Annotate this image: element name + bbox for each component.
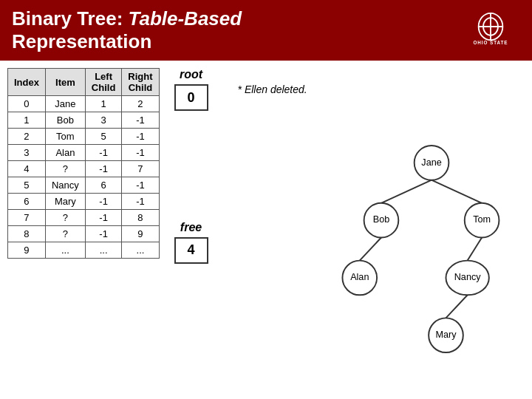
table-cell: 9	[8, 242, 46, 259]
tree-edge	[446, 296, 467, 318]
table-row: 9.........	[8, 242, 160, 259]
table-cell: ?	[45, 226, 85, 242]
right-area: root 0 * Ellen deleted. free 4 JaneBobTo…	[174, 68, 525, 399]
col-left-child: LeftChild	[85, 69, 122, 96]
table-cell: 5	[8, 177, 46, 194]
tree-node-bob: Bob	[364, 203, 398, 238]
table-row: 2Tom5-1	[8, 129, 160, 145]
col-item: Item	[45, 69, 85, 96]
table-cell: 3	[85, 112, 122, 129]
table-row: 6Mary-1-1	[8, 194, 160, 210]
table-cell: -1	[122, 112, 159, 129]
table-cell: 8	[8, 226, 46, 242]
table-cell: ?	[45, 210, 85, 226]
table-row: 0Jane12	[8, 96, 160, 112]
binary-tree-table: Index Item LeftChild RightChild 0Jane121…	[7, 68, 160, 259]
tree-node-nancy: Nancy	[446, 261, 488, 296]
tree-edge	[467, 238, 481, 261]
table-cell: -1	[122, 177, 159, 194]
table-cell: -1	[85, 161, 122, 177]
table-cell: 2	[122, 96, 159, 112]
root-value-box: 0	[174, 84, 208, 111]
svg-text:OHIO STATE: OHIO STATE	[473, 40, 508, 45]
table-cell: 7	[122, 161, 159, 177]
tree-diagram: JaneBobTomAlanNancyMary	[223, 120, 525, 367]
title-text3: Representation	[12, 30, 151, 52]
page-title: Binary Tree: Table-Based Representation	[12, 7, 242, 53]
table-cell: -1	[85, 210, 122, 226]
table-cell: 2	[8, 129, 46, 145]
root-label: root	[180, 68, 202, 81]
tree-node-label-bob: Bob	[372, 215, 389, 225]
table-cell: ...	[45, 242, 85, 259]
table-cell: 9	[122, 226, 159, 242]
tree-node-label-mary: Mary	[435, 330, 457, 340]
table-cell: 6	[8, 194, 46, 210]
table-cell: 6	[85, 177, 122, 194]
table-cell: Bob	[45, 112, 85, 129]
table-cell: 0	[8, 96, 46, 112]
title-text2: Table-Based	[129, 7, 242, 30]
title-text1: Binary Tree:	[12, 7, 129, 30]
tree-node-label-alan: Alan	[350, 273, 369, 283]
table-cell: -1	[85, 145, 122, 161]
table-cell: Nancy	[45, 177, 85, 194]
root-row: root 0 * Ellen deleted.	[174, 68, 525, 111]
free-row: free 4 JaneBobTomAlanNancyMary	[174, 117, 525, 367]
tree-node-label-tom: Tom	[473, 215, 491, 225]
table-row: 4?-17	[8, 161, 160, 177]
table-cell: Mary	[45, 194, 85, 210]
table-cell: 1	[8, 112, 46, 129]
tree-node-tom: Tom	[464, 203, 499, 238]
table-cell: 1	[85, 96, 122, 112]
table-cell: -1	[122, 145, 159, 161]
tree-node-label-nancy: Nancy	[454, 273, 480, 283]
data-table-area: Index Item LeftChild RightChild 0Jane121…	[7, 68, 160, 399]
table-cell: -1	[85, 194, 122, 210]
table-cell: ?	[45, 161, 85, 177]
col-index: Index	[8, 69, 46, 96]
col-right-child: RightChild	[122, 69, 159, 96]
table-cell: Jane	[45, 96, 85, 112]
tree-node-jane: Jane	[414, 146, 449, 180]
tree-node-mary: Mary	[429, 318, 463, 353]
table-cell: ...	[85, 242, 122, 259]
free-value-box: 4	[174, 237, 208, 264]
table-row: 7?-18	[8, 210, 160, 226]
table-cell: Tom	[45, 129, 85, 145]
free-label: free	[180, 221, 202, 234]
table-cell: 7	[8, 210, 46, 226]
table-cell: 4	[8, 161, 46, 177]
ellen-note: * Ellen deleted.	[238, 83, 307, 95]
table-cell: 8	[122, 210, 159, 226]
table-row: 3Alan-1-1	[8, 145, 160, 161]
ohio-state-logo: OHIO STATE	[461, 12, 520, 49]
table-row: 8?-19	[8, 226, 160, 242]
table-cell: -1	[122, 129, 159, 145]
table-row: 5Nancy6-1	[8, 177, 160, 194]
tree-edge	[432, 180, 482, 203]
table-cell: ...	[122, 242, 159, 259]
tree-node-label-jane: Jane	[421, 157, 441, 168]
table-cell: Alan	[45, 145, 85, 161]
table-cell: -1	[122, 194, 159, 210]
main-content: Index Item LeftChild RightChild 0Jane121…	[0, 61, 532, 399]
tree-edge	[381, 180, 431, 203]
tree-edge	[359, 238, 381, 261]
table-cell: 5	[85, 129, 122, 145]
tree-node-alan: Alan	[342, 261, 377, 296]
table-cell: -1	[85, 226, 122, 242]
table-cell: 3	[8, 145, 46, 161]
header: Binary Tree: Table-Based Representation …	[0, 0, 532, 61]
table-row: 1Bob3-1	[8, 112, 160, 129]
